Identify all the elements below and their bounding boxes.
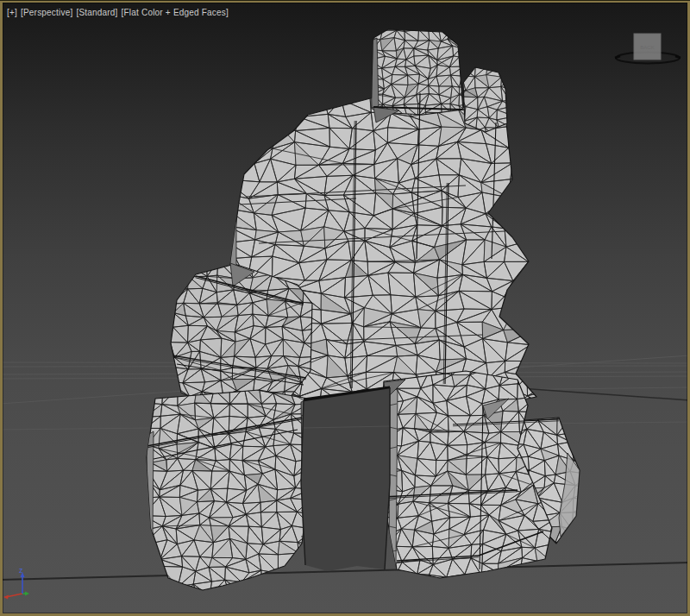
viewport-shading-menu[interactable]: [Flat Color + Edged Faces] xyxy=(122,8,229,17)
z-axis-label: z xyxy=(19,566,23,575)
max-viewport-window: [+] [Perspective] [Standard] [Flat Color… xyxy=(0,0,690,616)
rock-slab xyxy=(130,373,324,600)
viewcube[interactable]: BACK xyxy=(615,34,681,64)
viewport-general-menu[interactable]: [+] xyxy=(7,8,17,17)
scene-svg: BACKz xyxy=(0,0,690,616)
arch-gap xyxy=(301,387,390,571)
viewport-style-menu[interactable]: [Standard] xyxy=(76,8,117,17)
viewport-label-bar: [+] [Perspective] [Standard] [Flat Color… xyxy=(7,8,229,17)
viewport-pov-menu[interactable]: [Perspective] xyxy=(21,8,72,17)
viewcube-face-label: BACK xyxy=(640,45,654,50)
world-axis-tripod: z xyxy=(3,566,29,600)
